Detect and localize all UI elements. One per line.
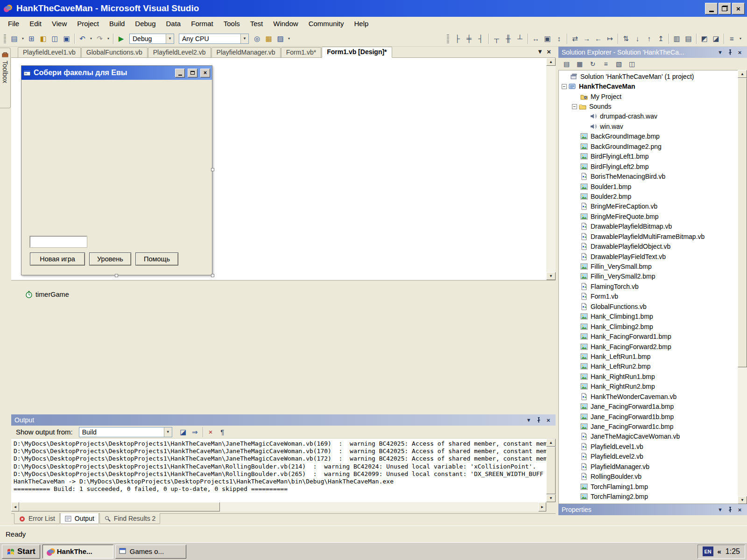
output-auto-hide-pin-icon[interactable]	[535, 416, 543, 424]
increase-vertical-spacing-icon[interactable]: ↓	[632, 33, 643, 44]
tree-item-hank-climbing1-bmp[interactable]: Hank_Climbing1.bmp	[561, 312, 738, 322]
toolbar-grip[interactable]	[4, 34, 6, 44]
scroll-up-icon[interactable]: ▲	[546, 439, 556, 447]
scroll-left-icon[interactable]: ◄	[11, 502, 19, 511]
tree-item-hank-leftrun1-bmp[interactable]: Hank_LeftRun1.bmp	[561, 351, 738, 361]
tree-item-fillin-verysmall-bmp[interactable]: Fillin_VerySmall.bmp	[561, 261, 738, 271]
tree-item-win-wav[interactable]: win.wav	[561, 121, 738, 131]
menu-help[interactable]: Help	[349, 17, 374, 31]
make-same-size-icon[interactable]: ▣	[542, 33, 553, 44]
redo-icon[interactable]: ↷	[94, 33, 106, 44]
minimize-button[interactable]	[705, 3, 718, 14]
tab-globalfunctions-vb[interactable]: GlobalFunctions.vb	[81, 47, 148, 57]
tree-item-sounds[interactable]: −Sounds	[561, 101, 738, 111]
solution-explorer-header[interactable]: Solution Explorer - Solution 'HankTheCa.…	[558, 47, 747, 58]
goto-next-message-icon[interactable]: ⇒	[189, 427, 201, 438]
menu-window[interactable]: Window	[268, 17, 303, 31]
format-toolbar-options-dropdown[interactable]: ▾	[738, 33, 743, 44]
menu-view[interactable]: View	[47, 17, 72, 31]
tree-item-drawableplayfieldmultiframebitmap-vb[interactable]: DrawablePlayfieldMultiFrameBitmap.vb	[561, 231, 738, 241]
solution-explorer-auto-hide-pin-icon[interactable]	[726, 49, 734, 56]
tree-item-drawableplayfieldtext-vb[interactable]: DrawablePlayFieldText.vb	[561, 252, 738, 261]
form-maximize-button[interactable]	[188, 69, 197, 77]
solution-platforms-combo[interactable]: Any CPU▼	[179, 34, 249, 44]
add-new-item-icon[interactable]: ⊞	[26, 33, 37, 44]
tray-chevron-icon[interactable]: «	[718, 547, 721, 555]
undo-icon[interactable]: ↶	[77, 33, 88, 44]
tab-playfieldlevel1-vb[interactable]: PlayfieldLevel1.vb	[18, 47, 81, 57]
menu-tools[interactable]: Tools	[218, 17, 245, 31]
form-body[interactable]: Новая играУровеньПомощь	[21, 80, 212, 275]
new-project-icon[interactable]: ▤	[8, 33, 20, 44]
collapse-box-icon[interactable]: −	[562, 84, 567, 89]
tree-item-rollingboulder-vb[interactable]: RollingBoulder.vb	[561, 472, 738, 482]
align-bottoms-icon[interactable]: ┴	[514, 33, 526, 44]
clear-all-icon[interactable]: ×	[205, 427, 217, 438]
make-horizontal-spacing-equal-icon[interactable]: ⇄	[569, 33, 581, 44]
properties-window-icon[interactable]: ▨	[275, 33, 286, 44]
dropdown-arrow-icon[interactable]: ▼	[164, 427, 172, 437]
scroll-down-icon[interactable]: ▼	[546, 494, 556, 502]
form-minimize-button[interactable]	[175, 69, 185, 77]
menu-edit[interactable]: Edit	[24, 17, 47, 31]
view-designer-icon[interactable]: ▧	[613, 59, 625, 69]
collapse-box-icon[interactable]: −	[572, 104, 577, 109]
tool-tab-error-list[interactable]: Error List	[14, 513, 60, 524]
scroll-up-icon[interactable]: ▲	[546, 58, 556, 66]
component-tray[interactable]: timerGame	[11, 280, 556, 414]
tab-form1-vb-design[interactable]: Form1.vb [Design]*	[322, 47, 392, 58]
properties-auto-hide-pin-icon[interactable]	[726, 506, 734, 513]
tab-form1-vb[interactable]: Form1.vb*	[281, 47, 322, 57]
scrollbar-thumb[interactable]	[546, 447, 556, 494]
tree-item-globalfunctions-vb[interactable]: GlobalFunctions.vb	[561, 301, 738, 311]
redo-dropdown[interactable]: ▾	[106, 33, 111, 44]
align-tops-icon[interactable]: ┬	[491, 33, 502, 44]
menu-debug[interactable]: Debug	[130, 17, 161, 31]
show-all-files-icon[interactable]: ▦	[574, 59, 585, 69]
tree-item-drawableplayfieldobject-vb[interactable]: DrawablePlayfieldObject.vb	[561, 241, 738, 251]
form-button-[interactable]: Новая игра	[30, 252, 85, 266]
make-vertical-spacing-equal-icon[interactable]: ⇅	[620, 33, 632, 44]
menu-build[interactable]: Build	[104, 17, 130, 31]
menu-project[interactable]: Project	[72, 17, 104, 31]
tree-item-hank-climbing2-bmp[interactable]: Hank_Climbing2.bmp	[561, 322, 738, 331]
tree-item-torchflaming2-bmp[interactable]: TorchFlaming2.bmp	[561, 491, 738, 501]
form-titlebar[interactable]: Собери факелы для Евы ×	[21, 66, 212, 80]
align-centers-icon[interactable]: ╪	[463, 33, 475, 44]
solution-explorer-position-dropdown-icon[interactable]: ▼	[716, 49, 724, 56]
increase-horizontal-spacing-icon[interactable]: →	[581, 33, 592, 44]
form-button-[interactable]: Уровень	[89, 252, 131, 266]
taskbar-task-games-o[interactable]: Games o...	[115, 545, 186, 559]
menu-format[interactable]: Format	[186, 17, 218, 31]
designed-form[interactable]: Собери факелы для Евы × Новая играУровен…	[21, 65, 212, 275]
properties-close-icon[interactable]: ×	[736, 506, 744, 513]
tree-item-birdflyingleft1-bmp[interactable]: BirdFlyingLeft1.bmp	[561, 152, 738, 161]
menu-community[interactable]: Community	[303, 17, 349, 31]
tree-item-playfieldmanager-vb[interactable]: PlayfieldManager.vb	[561, 462, 738, 471]
toolbar-grip[interactable]	[447, 34, 449, 44]
language-indicator[interactable]: EN	[703, 546, 713, 556]
tree-item-boristhemenacingbird-vb[interactable]: BorisTheMenacingBird.vb	[561, 171, 738, 181]
remove-horizontal-spacing-icon[interactable]: ↦	[604, 33, 616, 44]
dropdown-arrow-icon[interactable]: ▼	[240, 34, 248, 43]
align-middles-icon[interactable]: ╫	[502, 33, 514, 44]
taskbar-task-hankthe[interactable]: HankThe...	[42, 545, 113, 559]
scrollbar-thumb[interactable]	[738, 78, 747, 367]
tree-item-playfieldlevel2-vb[interactable]: PlayfieldLevel2.vb	[561, 452, 738, 462]
tree-item-backgroundimage2-png[interactable]: BackGroundImage2.png	[561, 141, 738, 151]
output-vertical-scrollbar[interactable]: ▲ ▼	[546, 439, 556, 502]
dropdown-arrow-icon[interactable]: ▼	[166, 34, 174, 43]
properties-icon[interactable]: ▤	[561, 59, 572, 69]
make-same-height-icon[interactable]: ↕	[553, 33, 565, 44]
scroll-down-icon[interactable]: ▼	[738, 496, 747, 504]
tab-list-dropdown-icon[interactable]: ▼	[537, 48, 543, 55]
save-icon[interactable]: ◫	[49, 33, 61, 44]
align-lefts-icon[interactable]: ├	[451, 33, 463, 44]
solution-explorer-toolbar-icon[interactable]: ▦	[263, 33, 275, 44]
tree-item-janethemagiccavewoman-vb[interactable]: JaneTheMagicCaveWoman.vb	[561, 432, 738, 441]
refresh-icon[interactable]: ↻	[587, 59, 599, 69]
scroll-right-icon[interactable]: ►	[538, 502, 546, 511]
tool-tab-output[interactable]: Output	[60, 513, 99, 524]
tree-item-playfieldlevel1-vb[interactable]: PlayfieldLevel1.vb	[561, 441, 738, 451]
solution-tree-scrollbar[interactable]: ▲ ▼	[738, 70, 747, 504]
